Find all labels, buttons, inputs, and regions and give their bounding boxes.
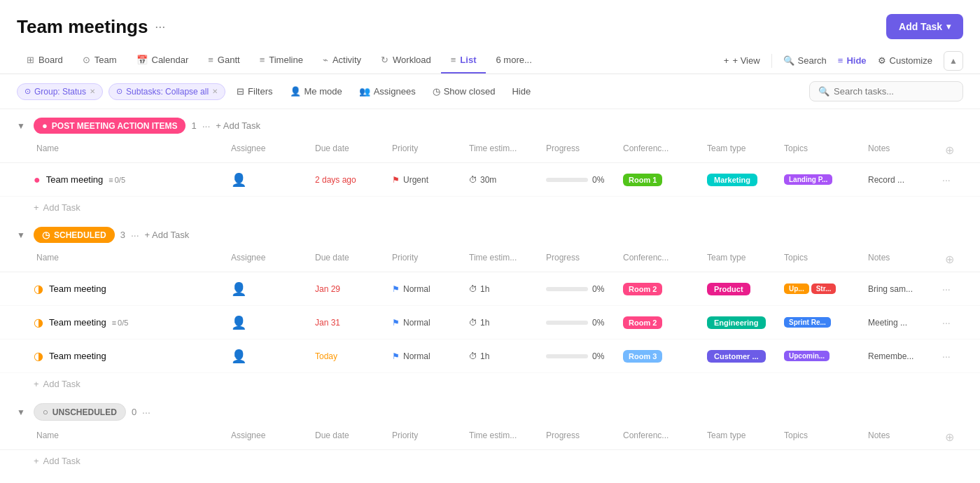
- col-add-scheduled[interactable]: ⊕: [942, 250, 963, 269]
- col-teamtype: Team type: [704, 141, 781, 160]
- search-button[interactable]: 🔍 Search: [783, 48, 827, 73]
- row-more-button[interactable]: ···: [942, 317, 963, 328]
- search-tasks-input[interactable]: [834, 86, 954, 97]
- timer-icon: ⏱: [469, 175, 477, 185]
- due-date-cell: 2 days ago: [312, 175, 389, 185]
- flag-normal-icon: ⚑: [392, 351, 400, 361]
- section-badge-unscheduled[interactable]: ○ UNSCHEDULED: [34, 403, 126, 421]
- hide-toolbar-button[interactable]: Hide: [506, 83, 536, 99]
- timeline-icon: ≡: [260, 55, 265, 65]
- tab-board[interactable]: ⊞ Board: [17, 48, 73, 74]
- topics-cell: Upcomin...: [781, 351, 865, 361]
- filter-icon: ⊟: [237, 86, 244, 97]
- chip-close-icon[interactable]: ✕: [90, 88, 95, 95]
- flag-normal-icon: ⚑: [392, 284, 400, 294]
- customize-button[interactable]: ⚙ Customize: [878, 48, 932, 73]
- search-icon: 🔍: [783, 55, 794, 66]
- activity-icon: ⌁: [323, 55, 328, 65]
- col-topics: Topics: [781, 141, 865, 160]
- notes-cell: Remembe...: [865, 351, 942, 361]
- conference-cell: Room 1: [620, 174, 704, 186]
- flag-normal-icon: ⚑: [392, 318, 400, 328]
- teamtype-cell: Engineering: [704, 316, 781, 329]
- section-badge-scheduled[interactable]: ◷ SCHEDULED: [34, 227, 115, 243]
- progress-cell: 0%: [543, 351, 620, 361]
- notes-cell: Meeting ...: [865, 318, 942, 328]
- section-dots-post[interactable]: ···: [202, 120, 211, 132]
- view-button[interactable]: + + View: [724, 48, 760, 73]
- board-icon: ⊞: [27, 55, 34, 65]
- section-toggle-post[interactable]: ▼: [17, 121, 28, 131]
- section-toggle-scheduled[interactable]: ▼: [17, 230, 28, 240]
- plus-icon: +: [724, 55, 729, 66]
- progress-cell: 0%: [543, 175, 620, 185]
- priority-cell: ⚑ Normal: [389, 318, 466, 328]
- plus-icon: +: [34, 202, 39, 213]
- section-badge-post[interactable]: ● POST MEETING ACTION ITEMS: [34, 118, 186, 134]
- assignee-cell[interactable]: 👤: [228, 349, 312, 364]
- add-task-row-unscheduled[interactable]: + Add Task: [0, 450, 980, 472]
- tab-gantt[interactable]: ≡ Gantt: [198, 48, 249, 74]
- col-add[interactable]: ⊕: [942, 141, 963, 160]
- section-toggle-unscheduled[interactable]: ▼: [17, 407, 28, 417]
- section-dots-unscheduled[interactable]: ···: [142, 407, 150, 418]
- assignee-cell[interactable]: 👤: [228, 172, 312, 188]
- notes-cell: Bring sam...: [865, 284, 942, 294]
- section-scheduled: ▼ ◷ SCHEDULED 3 ··· + Add Task Name Assi…: [0, 218, 980, 395]
- tab-list[interactable]: ≡ List: [441, 48, 486, 74]
- assignees-button[interactable]: 👥 Assignees: [354, 83, 421, 99]
- tab-calendar[interactable]: 📅 Calendar: [127, 48, 199, 74]
- tab-workload[interactable]: ↻ Workload: [371, 48, 441, 74]
- assignee-cell[interactable]: 👤: [228, 315, 312, 330]
- task-status-icon3: ◑: [34, 316, 43, 329]
- tab-activity[interactable]: ⌁ Activity: [313, 48, 371, 74]
- due-date-cell: Jan 31: [312, 318, 389, 328]
- table-row: ◑ Team meeting ≡ 0/5 👤 Jan 31 ⚑ Normal ⏱…: [0, 306, 980, 340]
- subtasks-icon: ⊙: [116, 87, 122, 96]
- col-priority: Priority: [389, 141, 466, 160]
- assignee-cell[interactable]: 👤: [228, 281, 312, 297]
- row-more-button[interactable]: ···: [942, 174, 963, 186]
- group-status-chip[interactable]: ⊙ Group: Status ✕: [17, 83, 103, 100]
- col-add-unscheduled[interactable]: ⊕: [942, 428, 963, 447]
- calendar-icon: 📅: [136, 55, 148, 65]
- page-title: Team meetings: [17, 16, 148, 38]
- task-status-icon2: ◑: [34, 282, 43, 295]
- row-more-button[interactable]: ···: [942, 351, 963, 362]
- hide-button[interactable]: ≡ Hide: [838, 48, 867, 73]
- tab-team[interactable]: ⊙ Team: [73, 48, 127, 74]
- section-add-post[interactable]: + Add Task: [216, 120, 260, 131]
- toolbar: ⊙ Group: Status ✕ ⊙ Subtasks: Collapse a…: [0, 74, 980, 109]
- add-task-button[interactable]: Add Task ▾: [886, 14, 963, 39]
- teamtype-cell: Marketing: [704, 174, 781, 186]
- table-row: ● Team meeting ≡ 0/5 👤 2 days ago ⚑ Urge…: [0, 163, 980, 197]
- conference-cell: Room 2: [620, 283, 704, 295]
- topics-cell: Up... Str...: [781, 284, 865, 294]
- chip-close2-icon[interactable]: ✕: [212, 88, 218, 95]
- time-cell: ⏱ 1h: [466, 351, 543, 361]
- flag-urgent-icon: ⚑: [392, 175, 400, 185]
- search-tasks-box[interactable]: 🔍: [809, 81, 963, 102]
- col-timeest: Time estim...: [466, 141, 543, 160]
- section-dots-scheduled[interactable]: ···: [131, 230, 139, 241]
- add-task-row-scheduled[interactable]: + Add Task: [0, 373, 980, 395]
- add-task-row-post[interactable]: + Add Task: [0, 197, 980, 218]
- task-name-cell: ◑ Team meeting ≡ 0/5: [34, 316, 228, 329]
- table-header-scheduled: Name Assignee Due date Priority Time est…: [0, 247, 980, 272]
- tab-timeline[interactable]: ≡ Timeline: [250, 48, 313, 74]
- timer-icon: ⏱: [469, 284, 477, 294]
- subtasks-chip[interactable]: ⊙ Subtasks: Collapse all ✕: [108, 83, 225, 100]
- table-row: ◑ Team meeting 👤 Today ⚑ Normal ⏱ 1h 0% …: [0, 340, 980, 373]
- collapse-button[interactable]: ▲: [944, 51, 963, 71]
- section-add-scheduled[interactable]: + Add Task: [145, 230, 190, 240]
- tab-more[interactable]: 6 more...: [486, 48, 541, 74]
- list-icon: ≡: [451, 55, 456, 65]
- conference-cell: Room 3: [620, 350, 704, 363]
- showclosed-button[interactable]: ◷ Show closed: [427, 83, 501, 99]
- memode-button[interactable]: 👤 Me mode: [284, 83, 348, 99]
- row-more-button[interactable]: ···: [942, 284, 963, 295]
- table-row: ◑ Team meeting 👤 Jan 29 ⚑ Normal ⏱ 1h 0%…: [0, 272, 980, 306]
- filters-button[interactable]: ⊟ Filters: [231, 83, 278, 99]
- more-options-icon[interactable]: ···: [155, 20, 165, 34]
- subtask-icon: ≡: [112, 318, 116, 327]
